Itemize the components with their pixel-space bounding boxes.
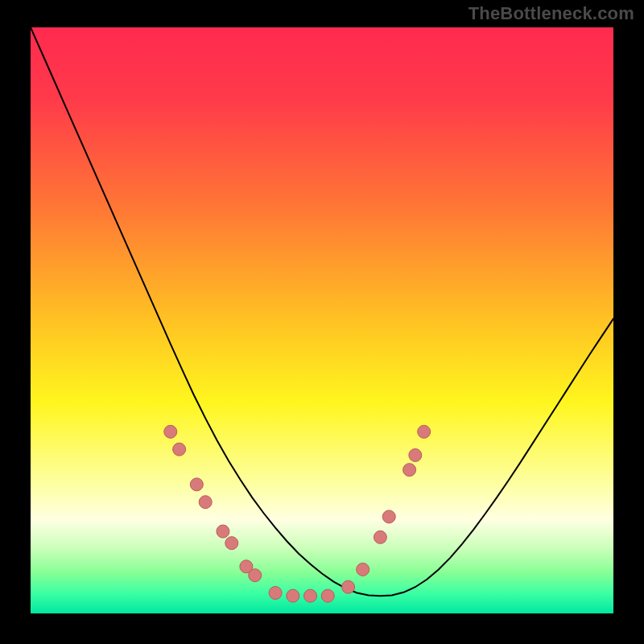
data-marker bbox=[249, 569, 262, 582]
data-marker bbox=[403, 464, 416, 477]
chart-frame: TheBottleneck.com bbox=[0, 0, 644, 644]
data-marker bbox=[287, 589, 299, 602]
data-marker bbox=[199, 496, 212, 509]
data-marker bbox=[217, 525, 229, 538]
gradient-background bbox=[31, 27, 613, 613]
plot-area bbox=[31, 27, 613, 613]
data-marker bbox=[382, 510, 395, 523]
data-marker bbox=[374, 530, 386, 543]
data-marker bbox=[342, 580, 355, 593]
data-marker bbox=[164, 425, 177, 438]
data-marker bbox=[418, 425, 431, 438]
data-marker bbox=[357, 563, 369, 576]
data-marker bbox=[321, 589, 334, 602]
data-marker bbox=[269, 587, 282, 600]
data-marker bbox=[225, 537, 238, 550]
plot-svg bbox=[31, 27, 613, 613]
data-marker bbox=[304, 589, 317, 602]
data-marker bbox=[190, 478, 203, 491]
watermark-text: TheBottleneck.com bbox=[469, 3, 634, 24]
data-marker bbox=[409, 448, 422, 461]
data-marker bbox=[173, 443, 186, 456]
